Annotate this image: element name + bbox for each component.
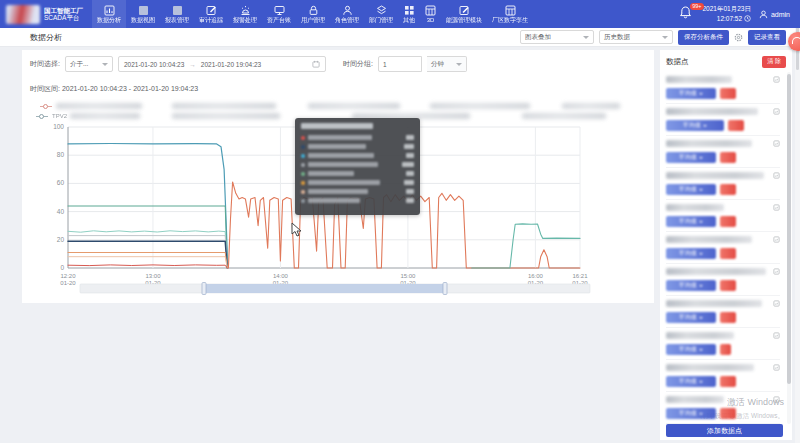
data-source-select[interactable]: 历史数据: [599, 30, 673, 44]
datapoint-item[interactable]: 平均值: [666, 106, 780, 136]
datapoint-name-redacted: [666, 140, 752, 147]
aggregate-select[interactable]: 平均值: [666, 120, 724, 131]
datapoint-item[interactable]: 平均值: [666, 74, 780, 104]
gear-icon[interactable]: [734, 33, 743, 42]
datapoint-detail-icon[interactable]: [773, 332, 780, 339]
logo-image: [6, 5, 40, 24]
sidebar-scrollbar[interactable]: [787, 72, 791, 424]
datapoint-item[interactable]: 平均值: [666, 394, 780, 424]
time-mode-select[interactable]: 介于...: [65, 56, 113, 72]
svg-text:0: 0: [60, 264, 64, 271]
nav-item-label: 角色管理: [335, 16, 359, 24]
time-select-label: 时间选择:: [30, 59, 60, 69]
remove-datapoint-button[interactable]: [720, 344, 731, 355]
datapoint-detail-icon[interactable]: [773, 76, 780, 83]
chart-overlay-select[interactable]: 图表叠加: [520, 30, 594, 44]
datapoint-detail-icon[interactable]: [773, 108, 780, 115]
svg-text:14:00: 14:00: [273, 273, 289, 279]
datetime: 2021年01月23日 12:07:52: [703, 4, 751, 24]
aggregate-select[interactable]: 平均值: [666, 312, 716, 323]
svg-text:16:00: 16:00: [528, 273, 544, 279]
svg-text:16:21: 16:21: [572, 273, 588, 279]
alarm-icon: [240, 4, 251, 16]
datapoint-detail-icon[interactable]: [773, 300, 780, 307]
aggregate-select[interactable]: 平均值: [666, 408, 716, 419]
datapoint-detail-icon[interactable]: [773, 396, 780, 403]
user-menu[interactable]: admin: [759, 10, 790, 19]
nav-item-user-lock[interactable]: 用户管理: [296, 0, 330, 28]
datapoint-name-redacted: [666, 204, 724, 211]
datapoint-name-redacted: [666, 364, 754, 371]
chart-legend-row-1[interactable]: [22, 102, 654, 111]
datapoint-item[interactable]: 平均值: [666, 202, 780, 232]
remove-datapoint-button[interactable]: [728, 120, 744, 131]
remove-datapoint-button[interactable]: [720, 280, 736, 291]
aggregate-select[interactable]: 平均值: [666, 184, 716, 195]
nav-item-department-layers[interactable]: 部门管理: [364, 0, 398, 28]
nav-item-report[interactable]: 报表管理: [160, 0, 194, 28]
datapoint-detail-icon[interactable]: [773, 364, 780, 371]
audit-edit-icon: [206, 4, 217, 16]
page-scrollbar[interactable]: [795, 0, 800, 443]
datapoint-item[interactable]: 平均值: [666, 362, 780, 392]
group-unit-select[interactable]: 分钟: [427, 56, 467, 72]
datapoint-detail-icon[interactable]: [773, 140, 780, 147]
aggregate-select[interactable]: 平均值: [666, 152, 716, 163]
nav-item-other-grid[interactable]: 其他: [398, 0, 420, 28]
datapoint-item[interactable]: 平均值: [666, 298, 780, 328]
datapoint-item[interactable]: 平均值: [666, 234, 780, 264]
interval-value: 2021-01-20 10:04:23 - 2021-01-20 19:04:2…: [62, 85, 198, 92]
nav-item-bar-chart[interactable]: 数据分析: [92, 0, 126, 28]
datapoint-item[interactable]: 平均值: [666, 170, 780, 200]
remove-datapoint-button[interactable]: [720, 312, 736, 323]
datapoint-detail-icon[interactable]: [773, 204, 780, 211]
user-lock-icon: [308, 4, 319, 16]
nav-item-table-grid[interactable]: 3D: [420, 0, 441, 28]
aggregate-select[interactable]: 平均值: [666, 216, 716, 227]
remove-datapoint-button[interactable]: [720, 184, 736, 195]
nav-item-role-person[interactable]: 角色管理: [330, 0, 364, 28]
date-range-input[interactable]: 2021-01-20 10:04:23 → 2021-01-20 19:04:2…: [118, 56, 326, 72]
aggregate-select[interactable]: 平均值: [666, 344, 716, 355]
page-toolbar: 数据分析 图表叠加 历史数据 保存分析条件 记录查看: [0, 28, 800, 47]
remove-datapoint-button[interactable]: [720, 408, 736, 419]
nav-item-asset-monitor[interactable]: 资产台账: [262, 0, 296, 28]
datapoints-sidebar: 数据点 清 除 平均值平均值平均值平均值平均值平均值平均值平均值平均值平均值平均…: [660, 50, 792, 440]
app-logo: 国工智能工厂 SCADA平台: [0, 5, 92, 24]
datapoint-detail-icon[interactable]: [773, 172, 780, 179]
save-analysis-button[interactable]: 保存分析条件: [678, 30, 729, 45]
group-value-input[interactable]: [378, 56, 422, 72]
nav-item-audit-edit[interactable]: 审计追踪: [194, 0, 228, 28]
aggregate-select[interactable]: 平均值: [666, 88, 716, 99]
nav-item-data-view[interactable]: 数据视图: [126, 0, 160, 28]
aggregate-select[interactable]: 平均值: [666, 248, 716, 259]
nav-item-label: 审计追踪: [199, 16, 223, 24]
nav-item-alarm[interactable]: 报警处理: [228, 0, 262, 28]
datapoint-detail-icon[interactable]: [773, 236, 780, 243]
record-view-button[interactable]: 记录查看: [748, 30, 786, 45]
svg-text:40: 40: [57, 208, 65, 215]
nav-item-energy-edit[interactable]: 能源管理模块: [441, 0, 487, 28]
svg-text:15:00: 15:00: [400, 273, 416, 279]
aggregate-select[interactable]: 平均值: [666, 376, 716, 387]
aggregate-select[interactable]: 平均值: [666, 280, 716, 291]
datapoint-detail-icon[interactable]: [773, 268, 780, 275]
add-datapoint-button[interactable]: 添加数据点: [666, 424, 783, 437]
remove-datapoint-button[interactable]: [720, 376, 736, 387]
chevron-down-icon: [699, 93, 703, 95]
scrollbar-thumb[interactable]: [787, 74, 791, 384]
floating-help-bubble[interactable]: [788, 32, 800, 51]
notifications-button[interactable]: 99+: [679, 5, 695, 23]
datapoint-name-redacted: [666, 268, 766, 275]
nav-item-table-grid[interactable]: 厂区数字孪生: [487, 0, 533, 28]
remove-datapoint-button[interactable]: [720, 88, 736, 99]
bar-chart-icon: [104, 4, 115, 16]
analysis-panel: 时间选择: 介于... 2021-01-20 10:04:23 → 2021-0…: [22, 50, 654, 303]
remove-datapoint-button[interactable]: [720, 248, 736, 259]
datapoint-item[interactable]: 平均值: [666, 138, 780, 168]
clear-button[interactable]: 清 除: [762, 56, 786, 68]
remove-datapoint-button[interactable]: [720, 152, 736, 163]
remove-datapoint-button[interactable]: [720, 216, 736, 227]
datapoint-item[interactable]: 平均值: [666, 330, 780, 360]
datapoint-item[interactable]: 平均值: [666, 266, 780, 296]
